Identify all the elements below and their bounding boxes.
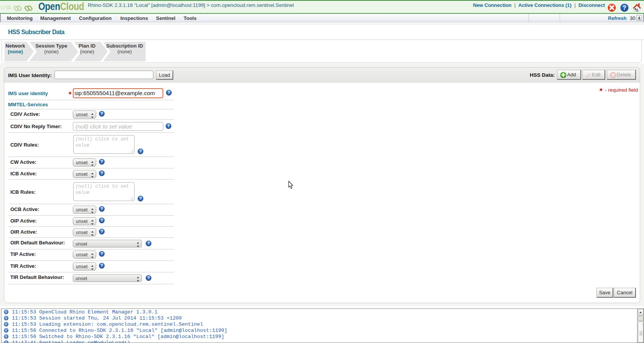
svg-text:?: ?: [623, 5, 626, 11]
